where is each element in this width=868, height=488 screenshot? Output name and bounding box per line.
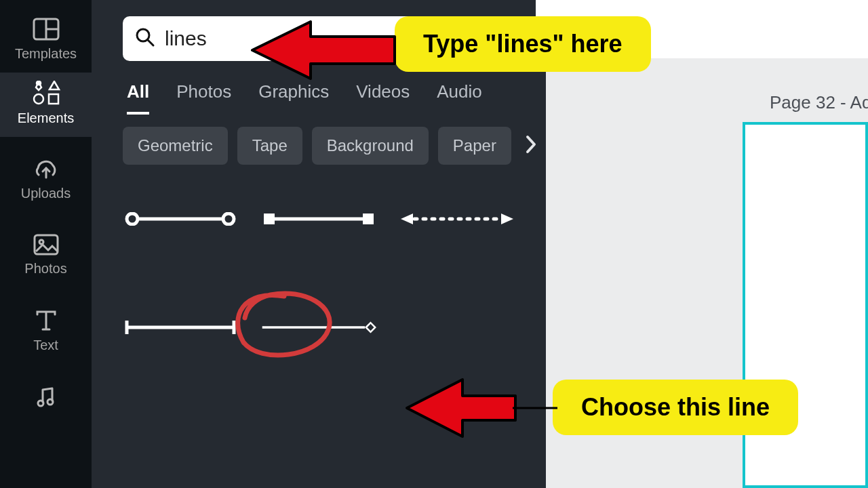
nav-photos[interactable]: Photos [0,226,92,287]
search-results [123,205,528,341]
nav-text[interactable]: Text [0,301,92,364]
svg-rect-6 [35,235,58,254]
svg-point-8 [38,401,43,406]
elements-icon [0,81,92,105]
nav-label: Photos [0,261,92,277]
nav-uploads[interactable]: Uploads [0,150,92,212]
nav-label: Templates [0,46,92,62]
line-element-flat-ends[interactable] [123,314,238,341]
line-element-dotted-arrows[interactable] [399,205,515,232]
photos-icon [0,234,92,256]
tab-audio[interactable]: Audio [437,81,482,115]
svg-point-9 [47,399,53,405]
svg-marker-20 [501,214,513,224]
nav-label: Text [0,338,92,353]
svg-marker-27 [407,380,515,436]
nav-templates[interactable]: Templates [0,9,92,73]
svg-marker-26 [252,22,395,79]
svg-point-13 [127,214,138,224]
annotation-circle [223,283,338,364]
search-icon [135,27,155,50]
suggestion-chips: Geometric Tape Background Paper [123,127,528,165]
filter-tabs: All Photos Graphics Videos Audio [127,81,528,115]
uploads-icon [0,159,92,180]
nav-elements[interactable]: Elements [0,73,92,137]
line-element-square-ends[interactable] [261,205,376,232]
chip-tape[interactable]: Tape [237,127,302,165]
annotation-type-here: Type "lines" here [395,16,651,72]
nav-label: Uploads [0,186,92,201]
svg-point-14 [223,214,234,224]
chip-paper[interactable]: Paper [438,127,511,165]
results-row [123,314,528,341]
tab-videos[interactable]: Videos [356,81,410,115]
left-nav: Templates Elements Uploads Photos Te [0,0,92,488]
nav-label: Elements [0,110,92,126]
tab-graphics[interactable]: Graphics [258,81,329,115]
line-element-circle-ends[interactable] [123,205,238,232]
chips-scroll-right[interactable] [521,134,537,157]
results-row [123,205,528,232]
annotation-arrow-icon [250,18,399,83]
templates-icon [0,18,92,41]
audio-icon [0,386,92,409]
tab-photos[interactable]: Photos [176,81,231,115]
svg-marker-25 [366,323,376,332]
tab-all[interactable]: All [127,81,149,115]
annotation-arrow-icon [404,377,559,439]
svg-point-3 [34,94,43,104]
page-label: Page 32 - Ad [770,92,868,113]
svg-rect-16 [264,214,275,224]
svg-line-11 [148,40,153,45]
svg-marker-19 [401,214,413,224]
chip-background[interactable]: Background [312,127,429,165]
chip-geometric[interactable]: Geometric [123,127,228,165]
svg-rect-17 [363,214,374,224]
nav-audio[interactable] [0,378,92,420]
svg-rect-4 [49,94,58,104]
annotation-choose-line: Choose this line [553,380,798,435]
text-icon [0,309,92,332]
